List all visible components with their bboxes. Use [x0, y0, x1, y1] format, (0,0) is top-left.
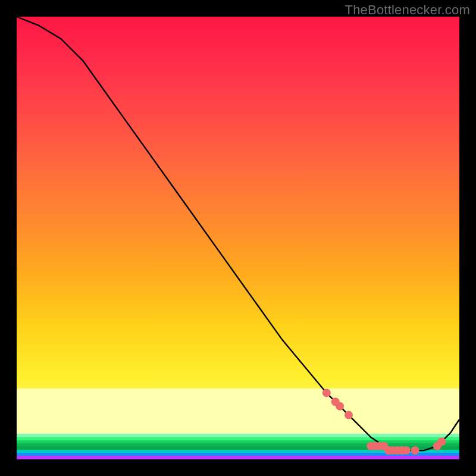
plot-area — [17, 17, 459, 459]
highlight-marker — [336, 402, 344, 411]
curve-layer — [17, 17, 459, 459]
bottleneck-curve-path — [17, 17, 459, 450]
highlight-marker — [437, 437, 446, 446]
highlight-marker — [345, 411, 353, 419]
highlight-marker — [322, 389, 331, 397]
highlight-marker — [402, 446, 411, 455]
attribution-text: TheBottlenecker.com — [345, 2, 470, 18]
chart-frame: TheBottlenecker.com — [0, 0, 476, 476]
highlight-marker — [411, 446, 419, 455]
highlight-markers — [322, 389, 446, 455]
